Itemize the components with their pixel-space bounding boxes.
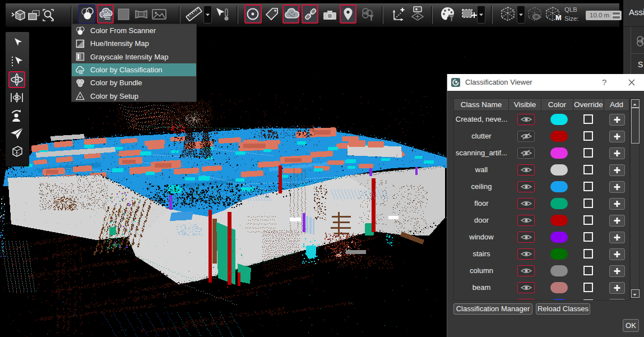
svg-text:M: M (555, 13, 562, 22)
